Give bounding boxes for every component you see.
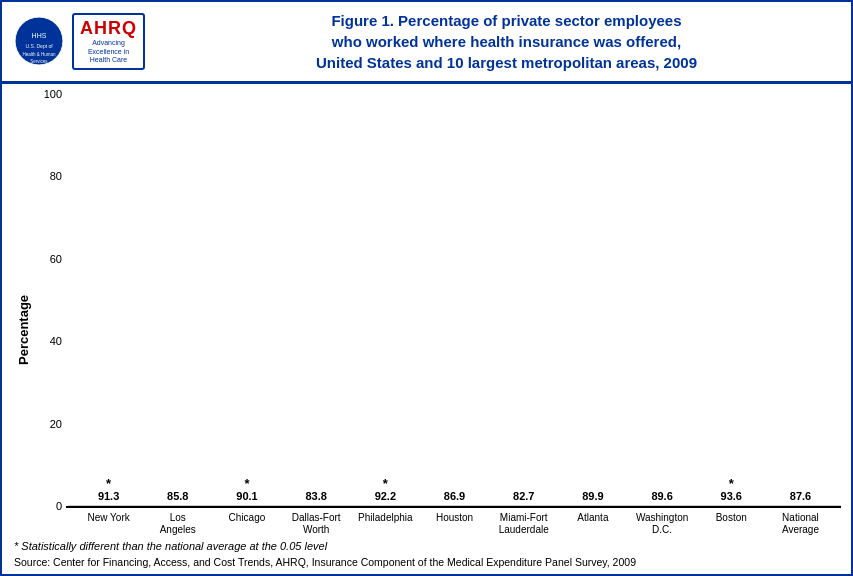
ahrq-text: AHRQ: [80, 18, 137, 39]
svg-text:HHS: HHS: [32, 32, 47, 39]
bars-and-axes: 020406080100 91.3*85.890.1*83.892.2*86.9…: [34, 94, 841, 508]
x-label: Dallas-Fort Worth: [284, 508, 349, 536]
bar-star-icon: *: [244, 476, 249, 491]
x-label: New York: [76, 508, 141, 536]
chart-container: 020406080100 91.3*85.890.1*83.892.2*86.9…: [34, 94, 841, 536]
x-label: Houston: [422, 508, 487, 536]
bar-value: 86.9: [444, 490, 465, 502]
svg-text:Services: Services: [30, 59, 48, 64]
y-ticks: 020406080100: [34, 94, 66, 508]
bar-value: 89.9: [582, 490, 603, 502]
bar-value: 89.6: [651, 490, 672, 502]
bar-value: 87.6: [790, 490, 811, 502]
bar-value: 90.1: [236, 490, 257, 502]
svg-text:Health & Human: Health & Human: [22, 52, 56, 57]
bar-value: 91.3: [98, 490, 119, 502]
svg-point-0: [15, 17, 63, 65]
chart-title: Figure 1. Percentage of private sector e…: [174, 10, 839, 73]
footnote: * Statistically different than the natio…: [2, 536, 851, 554]
bar-value: 83.8: [305, 490, 326, 502]
ahrq-logo: AHRQ Advancing Excellence in Health Care: [72, 13, 145, 69]
title-text: Figure 1. Percentage of private sector e…: [174, 10, 839, 73]
grid-and-bars: 91.3*85.890.1*83.892.2*86.982.789.989.69…: [66, 506, 841, 508]
bar-value: 85.8: [167, 490, 188, 502]
x-label: Washington D.C.: [630, 508, 695, 536]
hhs-logo-icon: HHS U.S. Dept of Health & Human Services: [14, 16, 64, 66]
logo-area: HHS U.S. Dept of Health & Human Services…: [14, 13, 174, 69]
chart-area: Percentage 020406080100 91.3*85.890.1*83…: [2, 84, 851, 536]
x-label: Philadelphia: [353, 508, 418, 536]
grid-line: [68, 505, 841, 506]
x-label: Chicago: [214, 508, 279, 536]
bar-value: 93.6: [721, 490, 742, 502]
x-label: Boston: [699, 508, 764, 536]
bar-value: 82.7: [513, 490, 534, 502]
bar-star-icon: *: [729, 476, 734, 491]
ahrq-sub: Advancing Excellence in Health Care: [88, 39, 129, 64]
header: HHS U.S. Dept of Health & Human Services…: [2, 2, 851, 84]
x-label: National Average: [768, 508, 833, 536]
x-label: Atlanta: [560, 508, 625, 536]
source: Source: Center for Financing, Access, an…: [2, 554, 851, 574]
x-labels: New YorkLos AngelesChicagoDallas-Fort Wo…: [68, 508, 841, 536]
svg-text:U.S. Dept of: U.S. Dept of: [25, 43, 53, 49]
bar-star-icon: *: [383, 476, 388, 491]
x-label: Los Angeles: [145, 508, 210, 536]
bar-star-icon: *: [106, 476, 111, 491]
y-axis-label: Percentage: [12, 94, 34, 536]
x-label: Miami-Fort Lauderdale: [491, 508, 556, 536]
bars-area: 91.3*85.890.1*83.892.2*86.982.789.989.69…: [66, 506, 841, 508]
bar-value: 92.2: [375, 490, 396, 502]
